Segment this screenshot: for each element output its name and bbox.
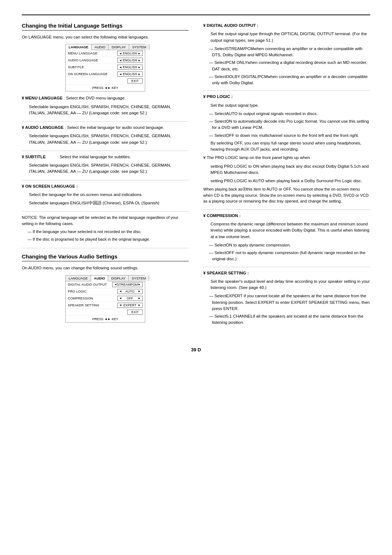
pro-logic-extra: By selecting OFF, you can enjoy full ran… <box>211 140 370 153</box>
audio-value-speaker[interactable]: ◄ EXPERT ► <box>117 303 143 308</box>
audio-settings-title: Changing the Various Audio Settings <box>22 253 189 261</box>
pro-logic-note2: setting PRO LOGIC to ON when playing bac… <box>211 163 370 176</box>
audio-label-speaker: SPEAKER SETTING <box>68 303 117 307</box>
tab-language[interactable]: LANGUAGE <box>66 44 91 50</box>
arrow-right: ► <box>138 73 141 76</box>
language-menu-box: LANGUAGE AUDIO DISPLAY SYSTEM MENU LANGU… <box>65 44 145 91</box>
audio-menu-footer: PRESS ◄► KEY <box>66 316 145 322</box>
pro-logic-section: ¥ PRO LOGIC : Set the output signal type… <box>203 94 370 210</box>
arrow-right: ► <box>138 52 141 55</box>
audio-menu-tabs: LANGUAGE AUDIO DISPLAY SYSTEM <box>66 276 145 281</box>
arrow-left: ◄ <box>119 73 122 76</box>
menu-label-subtitle: SUBTITLE <box>68 65 117 69</box>
audio-language-item: ¥ AUDIO LANGUAGE : Select the initial la… <box>22 125 189 151</box>
on-screen-language-sub: Select the language for the on-screen me… <box>29 192 189 198</box>
menu-row-audio-language: AUDIO LANGUAGE ◄ ENGLISH ► <box>66 57 145 64</box>
value-text: ENGLISH <box>123 58 137 62</box>
page-footer: 39 D <box>22 347 370 352</box>
speaker-setting-item-2: — Select5.1 CHANNELif all the speakers a… <box>209 313 370 326</box>
subtitle-desc: ¥ SUBTITLE : Select the initial language… <box>22 154 189 160</box>
tab-display[interactable]: DISPLAY <box>109 44 129 50</box>
value-text: STREAMPOM <box>117 283 138 286</box>
digital-audio-desc: Set the output signal type through the O… <box>211 31 370 44</box>
audio-tab-system[interactable]: SYSTEM <box>129 276 149 281</box>
digital-audio-section: ¥ DIGITAL AUDIO OUTPUT : Set the output … <box>203 23 370 91</box>
menu-footer: PRESS ◄► KEY <box>66 85 145 91</box>
audio-value-compression[interactable]: ◄ OFF ► <box>117 296 143 301</box>
pro-logic-notice: When playing back asⓔthis item to AUTO o… <box>203 186 370 204</box>
arrow-left: ◄ <box>119 59 122 62</box>
language-settings-intro: On LANGUAGE menu, you can select the fol… <box>22 34 189 40</box>
on-screen-language-detail: Selectable languages ENGLISH中国語 (Chinese… <box>29 200 189 206</box>
menu-label-audio-language: AUDIO LANGUAGE <box>68 58 117 62</box>
on-screen-language-label: ¥ ON SCREEN LANGUAGE : <box>22 183 189 189</box>
audio-menu-row-speaker: SPEAKER SETTING ◄ EXPERT ► <box>66 302 145 309</box>
pro-logic-item-1: — SelectAUTO to output original signals … <box>209 111 370 117</box>
tab-audio[interactable]: AUDIO <box>91 44 109 50</box>
arrow-right: ► <box>138 59 141 62</box>
language-settings-section: Changing the Initial Language Settings O… <box>22 23 189 248</box>
audio-tab-audio[interactable]: AUDIO <box>91 276 109 281</box>
digital-audio-item-3: — SelectDOLBY DIGITAL/PCMwhen connecting… <box>209 74 370 86</box>
menu-label-on-screen-language: ON SCREEN LANGUAGE <box>68 72 117 76</box>
arrow-left: ◄ <box>119 297 122 300</box>
arrow-right: ► <box>138 297 141 300</box>
audio-menu-row-exit: EXIT <box>66 309 145 316</box>
audio-tab-language[interactable]: LANGUAGE <box>66 276 91 281</box>
value-text: ENGLISH <box>123 65 137 69</box>
arrow-left: ◄ <box>119 52 122 55</box>
value-text: OFF <box>127 297 133 300</box>
menu-row-exit: EXIT <box>66 78 145 85</box>
menu-value-menu-language[interactable]: ◄ ENGLISH ► <box>117 51 143 56</box>
pro-logic-label: ¥ PRO LOGIC : <box>203 94 370 100</box>
audio-tab-display[interactable]: DISPLAY <box>108 276 128 281</box>
tab-system[interactable]: SYSTEM <box>129 44 150 50</box>
compression-label: ¥ COMPRESSION : <box>203 213 370 219</box>
value-text: ENGLISH <box>123 72 137 76</box>
audio-menu-row-pro-logic: PRO LOGIC ◄ AUTO ► <box>66 288 145 295</box>
arrow-left: ◄ <box>119 290 122 293</box>
audio-language-detail: Selectable languages ENGLISH, SPANISH, F… <box>29 133 189 146</box>
menu-value-subtitle[interactable]: ◄ ENGLISH ► <box>117 65 143 70</box>
arrow-right: ► <box>138 290 141 293</box>
subtitle-item: ¥ SUBTITLE : Select the initial language… <box>22 154 189 180</box>
on-screen-language-item: ¥ ON SCREEN LANGUAGE : Select the langua… <box>22 183 189 212</box>
menu-language-detail: Selectable languages ENGLISH, SPANISH, F… <box>29 104 189 117</box>
menu-label-menu-language: MENU LANGUAGE <box>68 52 117 55</box>
speaker-setting-section: ¥ SPEAKER SETTING : Set the speaker's ou… <box>203 270 370 331</box>
compression-section: ¥ COMPRESSION : Compress the dynamic ran… <box>203 213 370 267</box>
audio-settings-intro: On AUDIO menu, you can change the follow… <box>22 265 189 271</box>
pro-logic-desc: Set the output signal type. <box>211 102 370 109</box>
audio-label-digital: DIGITAL AUDIO OUTPUT <box>68 283 112 286</box>
audio-value-pro-logic[interactable]: ◄ AUTO ► <box>117 289 143 294</box>
arrow-left: ◄ <box>119 303 122 307</box>
audio-label-pro-logic: PRO LOGIC <box>68 290 117 293</box>
right-column: ¥ DIGITAL AUDIO OUTPUT : Set the output … <box>203 23 370 336</box>
audio-settings-section: Changing the Various Audio Settings On A… <box>22 253 189 330</box>
compression-item-1: — SelectON to apply dynamic compression. <box>209 242 370 248</box>
speaker-setting-desc: Set the speaker's output level and delay… <box>211 278 370 291</box>
digital-audio-item-1: — SelectSTREAM/PCMwhen connecting an amp… <box>209 46 370 58</box>
menu-value-on-screen-language[interactable]: ◄ ENGLISH ► <box>117 72 143 77</box>
value-text: AUTO <box>126 290 135 293</box>
arrow-left: ◄ <box>114 283 117 286</box>
menu-value-audio-language[interactable]: ◄ ENGLISH ► <box>117 58 143 63</box>
left-column: Changing the Initial Language Settings O… <box>22 23 189 336</box>
value-text: EXPERT <box>123 303 136 307</box>
speaker-setting-label: ¥ SPEAKER SETTING : <box>203 270 370 276</box>
pro-logic-item-3: — SelectOFF to down mix multichannel sou… <box>209 132 370 139</box>
digital-audio-item-2: — SelectPCM ONLYwhen connecting a digita… <box>209 60 370 72</box>
audio-exit-button[interactable]: EXIT <box>127 310 143 315</box>
notice-text: NOTICE: The original language will be se… <box>22 215 189 227</box>
pro-logic-note3: setting PRO LOGIC to AUTO when playing b… <box>211 178 370 184</box>
menu-tabs: LANGUAGE AUDIO DISPLAY SYSTEM <box>66 44 145 50</box>
audio-language-desc: ¥ AUDIO LANGUAGE : Select the initial la… <box>22 125 189 131</box>
exit-button[interactable]: EXIT <box>127 78 143 83</box>
audio-menu-box: LANGUAGE AUDIO DISPLAY SYSTEM DIGITAL AU… <box>65 275 145 323</box>
arrow-right: ► <box>138 303 141 307</box>
arrow-right: ► <box>138 66 141 69</box>
audio-menu-row-digital: DIGITAL AUDIO OUTPUT ◄ STREAMPOM ► <box>66 281 145 288</box>
menu-row-on-screen-language: ON SCREEN LANGUAGE ◄ ENGLISH ► <box>66 71 145 78</box>
audio-value-digital[interactable]: ◄ STREAMPOM ► <box>112 282 143 287</box>
value-text: ENGLISH <box>123 52 137 55</box>
